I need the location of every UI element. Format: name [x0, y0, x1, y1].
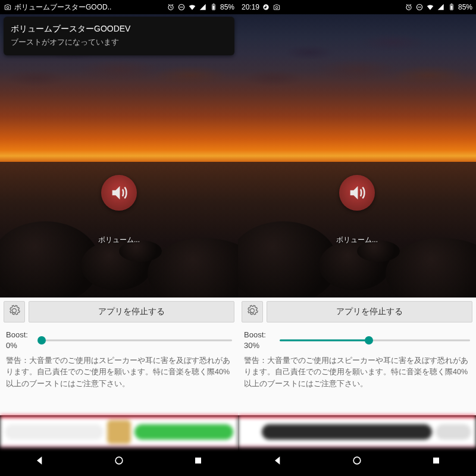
nav-home-button[interactable]	[339, 451, 375, 472]
stop-app-button[interactable]: アプリを停止する	[29, 301, 234, 322]
alarm-icon	[167, 3, 175, 11]
ad-banner[interactable]	[238, 415, 476, 447]
wifi-icon	[188, 3, 196, 11]
back-icon	[272, 455, 284, 469]
settings-button[interactable]	[242, 301, 263, 322]
notification-title: ボリュームブースターGOODEV	[11, 23, 227, 35]
signal-icon	[437, 3, 445, 11]
camera-icon	[4, 3, 12, 11]
signal-icon	[199, 3, 207, 11]
alarm-icon	[405, 3, 413, 11]
nav-home-button[interactable]	[101, 451, 137, 472]
recents-icon	[192, 455, 204, 469]
battery-text: 85%	[458, 3, 472, 11]
music-note-icon	[262, 3, 270, 11]
nav-bar	[0, 447, 238, 476]
boost-label: Boost:	[244, 330, 274, 340]
boost-slider-fill	[280, 339, 369, 341]
app-icon-label: ボリューム...	[98, 235, 140, 245]
svg-rect-4	[213, 4, 214, 4]
svg-rect-5	[213, 5, 215, 10]
wifi-icon	[426, 3, 434, 11]
stop-app-label: アプリを停止する	[98, 306, 165, 317]
status-clock: 20:19	[242, 3, 259, 11]
boost-label: Boost:	[6, 330, 36, 340]
home-wallpaper[interactable]: ボリューム...	[238, 14, 476, 298]
phone-left: ボリュームブースターGOOD.. 85% ボリュームブースターGOOD	[0, 0, 238, 476]
warning-text: 警告：大音量でのご使用はスピーカーや耳に害を及ぼす恐れがあります。自己責任でのご…	[0, 353, 238, 394]
svg-point-9	[275, 7, 278, 9]
nav-recents-button[interactable]	[418, 451, 454, 472]
boost-slider[interactable]	[280, 333, 470, 347]
svg-point-15	[353, 457, 361, 464]
battery-icon	[447, 3, 456, 11]
svg-point-0	[7, 7, 9, 9]
status-app-title: ボリュームブースターGOOD..	[14, 2, 111, 12]
boost-value: 30%	[244, 340, 274, 351]
boost-slider[interactable]	[42, 333, 232, 347]
boost-value: 0%	[6, 340, 36, 351]
svg-rect-13	[451, 4, 452, 4]
status-bar: 20:19 85%	[238, 0, 476, 14]
home-icon	[113, 455, 125, 469]
app-icon-label: ボリューム...	[336, 235, 378, 245]
app-volume-booster-icon[interactable]	[339, 175, 375, 211]
battery-text: 85%	[220, 3, 234, 11]
camera-icon	[273, 3, 281, 11]
home-icon	[351, 455, 363, 469]
boost-slider-thumb[interactable]	[365, 336, 373, 345]
nav-recents-button[interactable]	[180, 451, 216, 472]
dnd-icon	[177, 3, 186, 11]
ad-banner[interactable]	[0, 415, 238, 447]
home-wallpaper[interactable]: ボリュームブースターGOODEV ブーストがオフになっています ボリューム...	[0, 14, 238, 298]
stop-app-button[interactable]: アプリを停止する	[267, 301, 472, 322]
app-volume-booster-icon[interactable]	[101, 175, 137, 211]
gear-icon	[246, 305, 258, 319]
nav-back-button[interactable]	[22, 451, 58, 472]
nav-bar	[238, 447, 476, 476]
gear-icon	[8, 305, 20, 319]
boost-slider-thumb[interactable]	[37, 336, 46, 345]
stop-app-label: アプリを停止する	[336, 306, 403, 317]
svg-rect-16	[433, 458, 439, 464]
status-bar: ボリュームブースターGOOD.. 85%	[0, 0, 238, 14]
phone-right: 20:19 85%	[238, 0, 476, 476]
recents-icon	[430, 455, 442, 469]
settings-button[interactable]	[4, 301, 25, 322]
svg-point-6	[115, 457, 123, 464]
svg-rect-7	[195, 458, 201, 464]
back-icon	[34, 455, 46, 469]
booster-panel: アプリを停止する Boost: 0% 警告：大音量でのご使用はスピーカーや耳に害…	[0, 298, 238, 415]
booster-panel: アプリを停止する Boost: 30% 警告：大音量でのご使用はスピーカーや耳に…	[238, 298, 476, 415]
svg-rect-14	[451, 5, 453, 10]
battery-icon	[209, 3, 218, 11]
dnd-icon	[415, 3, 424, 11]
nav-back-button[interactable]	[260, 451, 296, 472]
warning-text: 警告：大音量でのご使用はスピーカーや耳に害を及ぼす恐れがあります。自己責任でのご…	[238, 353, 476, 394]
notification-body: ブーストがオフになっています	[11, 36, 227, 48]
notification-toast[interactable]: ボリュームブースターGOODEV ブーストがオフになっています	[4, 17, 234, 55]
